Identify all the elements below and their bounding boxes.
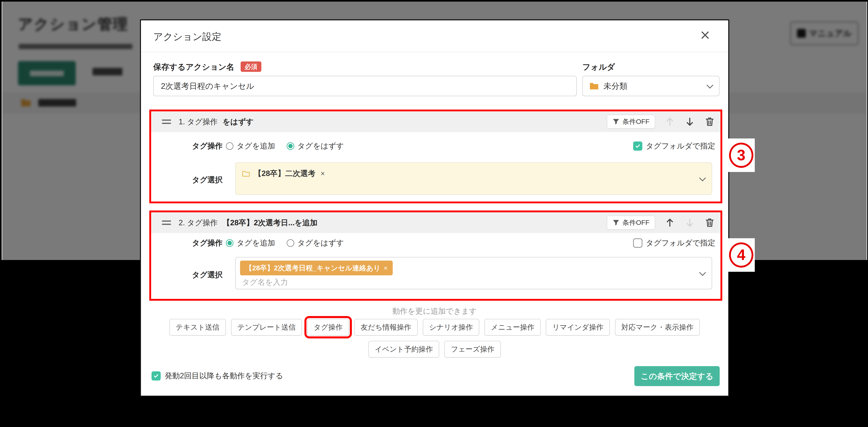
- add-mark-display-button[interactable]: 対応マーク・表示操作: [615, 319, 700, 336]
- chevron-down-icon: [699, 175, 706, 181]
- tag-folder-checkbox[interactable]: タグフォルダで指定: [633, 141, 715, 151]
- add-phase-button[interactable]: フェーズ操作: [444, 341, 501, 358]
- move-up-button[interactable]: [665, 116, 675, 127]
- move-down-button[interactable]: [685, 116, 695, 127]
- folder-icon: [589, 82, 599, 90]
- checkbox-checked-icon: [633, 141, 642, 151]
- action-block-1-title: 1. タグ操作 をはずす: [179, 117, 254, 127]
- add-scenario-button[interactable]: シナリオ操作: [423, 319, 479, 336]
- selected-tag-folder: 【28卒】二次選考 ×: [242, 168, 325, 178]
- radio-add-tag[interactable]: タグを追加: [226, 238, 275, 248]
- add-template-send-button[interactable]: テンプレート送信: [231, 319, 302, 336]
- tag-operation-label: タグ操作: [192, 141, 226, 151]
- folder-outline-icon: [242, 170, 250, 177]
- move-down-button[interactable]: [685, 218, 695, 228]
- action-name-input[interactable]: [153, 76, 577, 96]
- action-block-2-header: 2. タグ操作 【28卒】2次選考日...を追加 条件OFF: [151, 212, 720, 233]
- remove-tag-icon[interactable]: ×: [320, 169, 325, 178]
- action-block-1: 1. タグ操作 をはずす 条件OFF: [149, 110, 722, 203]
- circled-number-4: 4: [729, 243, 753, 267]
- drag-handle-icon[interactable]: [162, 221, 171, 225]
- add-event-reserve-button[interactable]: イベント予約操作: [368, 341, 439, 358]
- tag-select-label: タグ選択: [192, 175, 223, 185]
- tag-operation-row: タグ操作 タグを追加 タグをはずす タグフォルダで指定: [151, 141, 720, 151]
- required-badge: 必須: [241, 61, 261, 72]
- action-settings-modal: アクション設定 保存するアクション名 必須 フォルダ 未分類 1. タグ操作 を…: [140, 19, 729, 397]
- condition-off-button[interactable]: 条件OFF: [607, 115, 655, 129]
- tag-folder-checkbox[interactable]: タグフォルダで指定: [633, 238, 715, 248]
- circled-number-3: 3: [729, 143, 753, 168]
- tag-select-box[interactable]: 【28卒】2次選考日程_キャンセル連絡あり ×: [235, 257, 712, 289]
- filter-icon: [613, 118, 620, 125]
- annotation-marker-4: 4: [727, 238, 755, 272]
- modal-header: アクション設定: [141, 20, 728, 52]
- screenshot-canvas: アクション管理 マニュアル アクション設定 保存するアクション名: [0, 0, 868, 427]
- condition-off-button[interactable]: 条件OFF: [607, 216, 655, 230]
- selected-tag-chip: 【28卒】2次選考日程_キャンセル連絡あり ×: [240, 261, 393, 275]
- tag-select-label: タグ選択: [192, 270, 223, 280]
- action-block-2-title: 2. タグ操作 【28卒】2次選考日...を追加: [179, 218, 317, 228]
- folder-select-value: 未分類: [603, 81, 703, 92]
- drag-handle-icon[interactable]: [162, 119, 171, 124]
- move-up-button[interactable]: [665, 218, 675, 228]
- add-friend-info-button[interactable]: 友だち情報操作: [354, 319, 417, 336]
- delete-button[interactable]: [705, 116, 715, 127]
- radio-add-tag[interactable]: タグを追加: [226, 141, 275, 151]
- annotation-marker-3: 3: [727, 139, 755, 172]
- add-action-row-1: テキスト送信 テンプレート送信 タグ操作 友だち情報操作 シナリオ操作 メニュー…: [141, 319, 728, 336]
- folder-label: フォルダ: [582, 61, 615, 73]
- tag-name-input[interactable]: [242, 278, 482, 287]
- remove-tag-icon[interactable]: ×: [384, 264, 388, 272]
- radio-selected-icon: [226, 239, 234, 247]
- delete-button[interactable]: [705, 218, 715, 228]
- radio-remove-tag[interactable]: タグをはずす: [287, 238, 344, 248]
- radio-selected-icon: [287, 142, 294, 150]
- add-menu-button[interactable]: メニュー操作: [485, 319, 541, 336]
- tag-operation-row: タグ操作 タグを追加 タグをはずす タグフォルダで指定: [151, 238, 720, 248]
- add-text-send-button[interactable]: テキスト送信: [169, 319, 226, 336]
- action-block-1-header: 1. タグ操作 をはずす 条件OFF: [151, 111, 720, 132]
- folder-select[interactable]: 未分類: [582, 76, 719, 96]
- action-name-label: 保存するアクション名: [153, 61, 235, 73]
- modal-title: アクション設定: [153, 30, 221, 43]
- action-block-2: 2. タグ操作 【28卒】2次選考日...を追加 条件OFF: [149, 210, 722, 301]
- radio-remove-tag[interactable]: タグをはずす: [287, 141, 344, 151]
- add-actions-hint: 動作を更に追加できます: [141, 306, 728, 316]
- radio-icon: [226, 142, 234, 150]
- tag-operation-label: タグ操作: [192, 238, 226, 248]
- add-action-row-2: イベント予約操作 フェーズ操作: [141, 341, 728, 358]
- filter-icon: [613, 219, 620, 226]
- checkbox-checked-icon: [152, 371, 161, 380]
- close-icon[interactable]: [700, 30, 712, 42]
- chevron-down-icon: [699, 269, 706, 276]
- chevron-down-icon: [707, 82, 713, 89]
- tag-select-box[interactable]: 【28卒】二次選考 ×: [235, 163, 712, 195]
- radio-icon: [287, 239, 294, 247]
- checkbox-unchecked-icon: [633, 238, 642, 248]
- add-tag-operation-button[interactable]: タグ操作: [307, 319, 349, 336]
- repeat-execution-checkbox[interactable]: 発動2回目以降も各動作を実行する: [152, 371, 283, 381]
- add-reminder-button[interactable]: リマインダ操作: [546, 319, 610, 336]
- confirm-button[interactable]: この条件で決定する: [634, 366, 720, 386]
